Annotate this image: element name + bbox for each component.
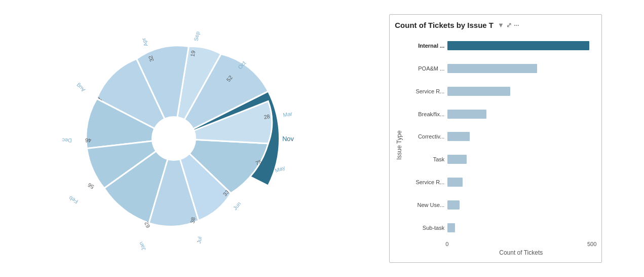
bar-chart-container: Count of Tickets by Issue T ▼ ⤢ ··· Issu…: [389, 14, 602, 263]
bar-label: Correctiv...: [408, 133, 444, 140]
more-icon[interactable]: ···: [514, 21, 519, 29]
bar-label: Task: [408, 156, 444, 162]
svg-text:Jun: Jun: [232, 200, 242, 211]
bars-and-axes: Internal ...POA&M ...Service R...Break/f…: [406, 34, 596, 256]
bar-row: Correctiv...: [408, 129, 596, 144]
bar-fill: [447, 41, 589, 50]
svg-text:46: 46: [85, 137, 91, 144]
bars-container: Internal ...POA&M ...Service R...Break/f…: [406, 34, 596, 239]
filter-icon[interactable]: ▼: [498, 21, 504, 29]
bar-row: Service R...: [408, 175, 596, 189]
bar-track: [447, 223, 596, 232]
svg-point-24: [151, 116, 196, 161]
svg-text:Aug: Aug: [75, 82, 86, 93]
bar-track: [447, 178, 596, 187]
bar-row: Task: [408, 152, 596, 166]
svg-text:56: 56: [87, 182, 95, 190]
bar-label: Service R...: [408, 88, 444, 94]
expand-icon[interactable]: ⤢: [506, 21, 512, 29]
chart-title: Count of Tickets by Issue T ▼ ⤢ ···: [395, 21, 596, 29]
bar-track: [447, 64, 596, 73]
x-tick-0: 0: [445, 241, 448, 247]
bar-label: POA&M ...: [408, 65, 444, 72]
bar-track: [447, 200, 596, 210]
bar-track: [447, 132, 596, 141]
bar-label: New Use...: [408, 202, 444, 208]
x-axis-line: 0 500 Count of Tickets: [445, 241, 596, 256]
bar-fill: [447, 87, 510, 96]
svg-text:Dec: Dec: [61, 137, 71, 144]
bar-fill: [447, 64, 537, 73]
chart-title-text: Count of Tickets by Issue T: [395, 21, 494, 29]
bar-row: Service R...: [408, 84, 596, 98]
bar-fill: [447, 155, 467, 164]
svg-text:Jan: Jan: [137, 241, 146, 252]
svg-text:Feb: Feb: [68, 195, 79, 205]
bar-row: New Use...: [408, 198, 596, 212]
y-axis-label: Issue Type: [395, 34, 404, 256]
bar-label: Internal ...: [408, 43, 444, 49]
bar-row: Break/fix...: [408, 107, 596, 121]
bar-row: POA&M ...: [408, 61, 596, 76]
bar-track: [447, 155, 596, 164]
x-tick-500: 500: [587, 241, 596, 247]
svg-text:Apr: Apr: [140, 37, 148, 47]
x-ticks: 0 500: [445, 241, 596, 247]
bar-fill: [447, 110, 486, 119]
svg-text:Mar: Mar: [282, 110, 293, 118]
svg-text:Jul: Jul: [196, 236, 203, 244]
bar-fill: [447, 178, 462, 187]
radial-chart: Nov 82 Oct 52 Sep 19 Apr 32 Aug 32 Dec 4…: [42, 7, 306, 270]
svg-text:19: 19: [189, 50, 196, 57]
bar-track: [447, 87, 596, 96]
bar-track: [447, 41, 596, 50]
bar-fill: [447, 200, 460, 210]
bar-label: Sub-task: [408, 225, 444, 231]
x-axis: 0 500 Count of Tickets: [406, 239, 596, 256]
svg-text:Nov: Nov: [282, 135, 294, 143]
bar-label: Break/fix...: [408, 111, 444, 117]
svg-text:38: 38: [189, 217, 196, 224]
bar-fill: [447, 223, 455, 232]
bar-chart-area: Issue Type Internal ...POA&M ...Service …: [395, 34, 596, 256]
svg-text:Sep: Sep: [193, 31, 200, 42]
bar-row: Sub-task: [408, 221, 596, 235]
bar-label: Service R...: [408, 179, 444, 185]
bar-track: [447, 110, 596, 119]
x-axis-label: Count of Tickets: [445, 249, 596, 256]
svg-text:28: 28: [263, 113, 270, 120]
bar-fill: [447, 132, 470, 141]
bar-row: Internal ...: [408, 39, 596, 53]
